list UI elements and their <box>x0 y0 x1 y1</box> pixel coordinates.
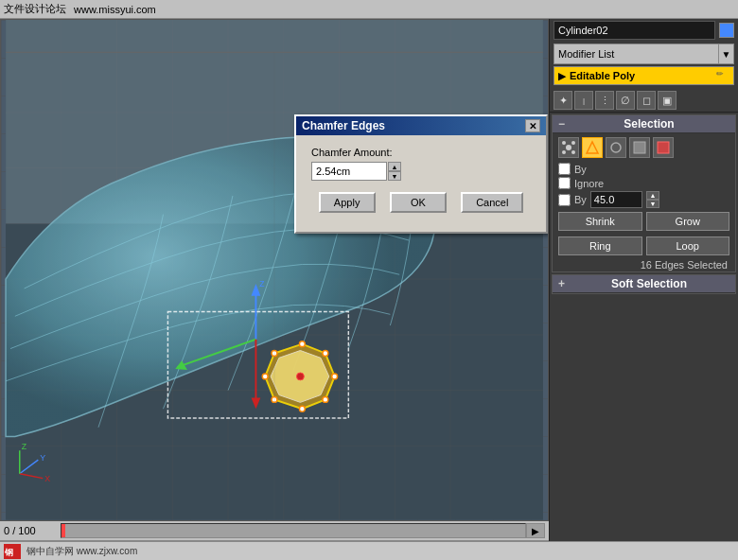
editable-poly-item[interactable]: ▶ Editable Poly ✏ <box>554 66 734 85</box>
chamfer-amount-input[interactable] <box>311 162 387 181</box>
svg-text:Y: Y <box>40 453 45 463</box>
object-name-input[interactable] <box>554 21 715 40</box>
modifier-item-icon: ✏ <box>716 69 729 82</box>
viewport[interactable]: 倒 角 <box>0 19 549 521</box>
soft-selection-expand[interactable]: + <box>558 277 565 290</box>
timeline-end-btn[interactable]: ▶ <box>526 523 545 538</box>
svg-text:钢: 钢 <box>4 548 13 557</box>
svg-point-80 <box>562 150 566 154</box>
chamfer-dialog-close[interactable]: ✕ <box>525 119 540 132</box>
modifier-item-label: Editable Poly <box>570 70 716 81</box>
ignore-row: Ignore <box>553 176 735 190</box>
edge-icon[interactable] <box>582 137 603 158</box>
svg-point-79 <box>571 141 575 145</box>
vertex-icon[interactable] <box>558 137 579 158</box>
chamfer-apply-button[interactable]: Apply <box>319 192 376 213</box>
chamfer-dialog[interactable]: Chamfer Edges ✕ Chamfer Amount: ▲ ▼ Appl… <box>294 114 548 234</box>
svg-point-20 <box>299 341 305 347</box>
element-icon[interactable] <box>653 137 674 158</box>
modifier-list-label: Modifier List <box>554 46 718 61</box>
chamfer-dialog-buttons: Apply OK Cancel <box>311 192 531 220</box>
chamfer-input-row: ▲ ▼ <box>311 162 531 181</box>
toolbar-icon-1[interactable]: | <box>574 91 593 110</box>
selection-icons-row <box>553 133 735 162</box>
svg-text:Z: Z <box>22 442 27 451</box>
modifier-dropdown-arrow[interactable]: ▼ <box>718 44 733 63</box>
soft-selection-title: Soft Selection <box>569 277 729 290</box>
toolbar-icons-row: ✦ | ⋮ ∅ ◻ ▣ <box>550 89 738 113</box>
svg-text:X: X <box>44 474 50 483</box>
soft-selection-header: + Soft Selection <box>553 275 735 293</box>
modifier-list-dropdown[interactable]: Modifier List ▼ <box>554 44 734 64</box>
status-site-text: 钢中自学网 www.zjxw.com <box>26 545 137 558</box>
border-icon[interactable] <box>606 137 626 158</box>
angle-input[interactable] <box>590 191 642 208</box>
frame-counter: 0 / 100 <box>4 525 61 536</box>
selection-panel-collapse[interactable]: − <box>558 117 565 131</box>
selection-status: 16 Edges Selected <box>553 258 735 271</box>
chamfer-dialog-body: Chamfer Amount: ▲ ▼ Apply OK Cancel <box>296 135 546 232</box>
chamfer-ok-button[interactable]: OK <box>390 192 447 213</box>
svg-text:z: z <box>259 277 264 289</box>
angle-spinner[interactable]: ▲ ▼ <box>646 191 659 208</box>
by-angle-row: By ▲ ▼ <box>553 190 735 209</box>
timeline-area[interactable]: 0 / 100 ▶ <box>0 521 549 542</box>
modifier-expand-plus[interactable]: ▶ <box>558 70 566 82</box>
spinner-up[interactable]: ▲ <box>388 162 401 171</box>
shrink-grow-row: Shrink Grow <box>553 209 735 234</box>
selection-panel: − Selection <box>552 114 736 272</box>
angle-spin-down[interactable]: ▼ <box>646 200 659 208</box>
shrink-button[interactable]: Shrink <box>558 212 642 231</box>
by-angle-label: By <box>574 194 587 205</box>
chamfer-cancel-button[interactable]: Cancel <box>461 192 523 213</box>
toolbar-icon-5[interactable]: ▣ <box>658 91 676 110</box>
object-name-area <box>550 19 738 42</box>
svg-point-23 <box>323 396 328 402</box>
svg-point-83 <box>611 143 621 152</box>
svg-marker-82 <box>587 142 598 153</box>
svg-point-78 <box>562 141 566 145</box>
right-panel: Modifier List ▼ ▶ Editable Poly ✏ ✦ | ⋮ … <box>549 19 738 560</box>
menu-item-forum[interactable]: 文件设计论坛 <box>4 2 66 16</box>
grow-button[interactable]: Grow <box>646 212 730 231</box>
by-vertex-label: By <box>574 164 587 175</box>
toolbar-icon-2[interactable]: ⋮ <box>595 91 614 110</box>
toolbar-icon-4[interactable]: ◻ <box>637 91 656 110</box>
svg-point-24 <box>299 406 305 411</box>
svg-rect-84 <box>634 142 645 153</box>
object-color-swatch[interactable] <box>719 23 734 38</box>
3d-model-view: z Y X <box>1 20 548 520</box>
ring-button[interactable]: Ring <box>558 236 642 255</box>
svg-rect-85 <box>658 142 669 153</box>
polygon-icon[interactable] <box>629 137 650 158</box>
chamfer-amount-label: Chamfer Amount: <box>311 147 531 158</box>
right-scroll-area[interactable]: − Selection <box>550 113 738 560</box>
svg-point-22 <box>332 374 338 379</box>
angle-spin-up[interactable]: ▲ <box>646 191 659 200</box>
svg-point-27 <box>296 373 304 380</box>
ring-loop-row: Ring Loop <box>553 234 735 258</box>
by-vertex-row: By <box>553 162 735 176</box>
selection-panel-title: Selection <box>569 117 729 131</box>
ignore-checkbox[interactable] <box>558 177 571 189</box>
toolbar-icon-3[interactable]: ∅ <box>616 91 635 110</box>
chamfer-dialog-titlebar: Chamfer Edges ✕ <box>296 116 546 135</box>
modifier-area: Modifier List ▼ ▶ Editable Poly ✏ <box>550 42 738 89</box>
spinner-down[interactable]: ▼ <box>388 171 401 181</box>
svg-point-21 <box>323 351 328 357</box>
toolbar-icon-select[interactable]: ✦ <box>554 91 572 110</box>
loop-button[interactable]: Loop <box>646 236 730 255</box>
ignore-label: Ignore <box>574 178 604 189</box>
svg-point-77 <box>566 145 571 150</box>
menu-item-url: www.missyui.com <box>74 4 156 15</box>
soft-selection-panel: + Soft Selection <box>552 274 736 294</box>
svg-point-81 <box>571 150 575 154</box>
bottom-status-bar: 钢 钢中自学网 www.zjxw.com <box>0 541 738 560</box>
top-menubar[interactable]: 文件设计论坛 www.missyui.com <box>0 0 738 19</box>
timeline-track[interactable] <box>61 523 526 538</box>
selection-panel-header: − Selection <box>553 115 735 133</box>
by-angle-checkbox[interactable] <box>558 194 571 206</box>
svg-point-26 <box>262 374 268 379</box>
chamfer-spinner[interactable]: ▲ ▼ <box>388 162 401 181</box>
by-vertex-checkbox[interactable] <box>558 163 571 175</box>
